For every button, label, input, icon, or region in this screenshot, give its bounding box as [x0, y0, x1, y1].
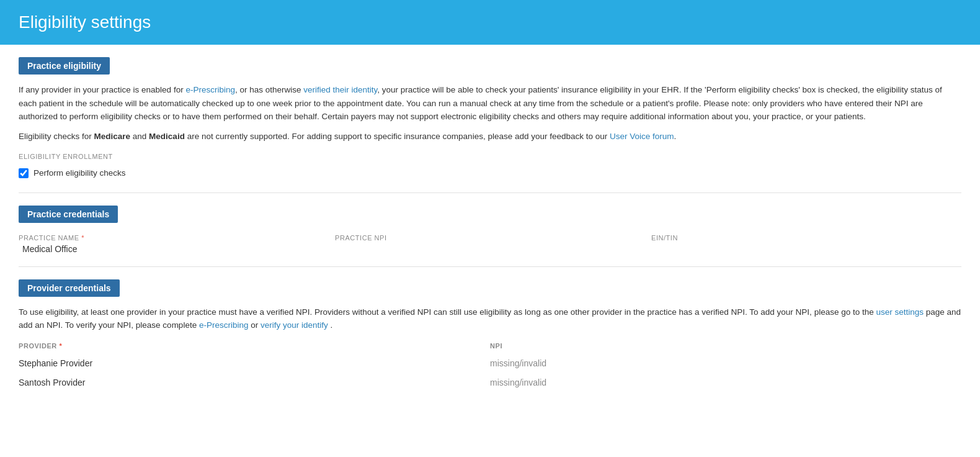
- ein-tin-cell: EIN/TIN: [651, 234, 961, 254]
- eligibility-checkbox-row: Perform eligibility checks: [19, 166, 961, 180]
- medicaid-text: Medicaid: [149, 132, 185, 141]
- practice-name-cell: PRACTICE NAME * Medical Office: [19, 234, 329, 254]
- practice-eligibility-section: Practice eligibility If any provider in …: [19, 57, 961, 180]
- user-voice-link[interactable]: User Voice forum: [610, 132, 674, 141]
- practice-eligibility-body: If any provider in your practice is enab…: [19, 83, 961, 180]
- provider-npi-cell: missing/invalid: [490, 354, 961, 373]
- e-prescribing-link-1[interactable]: e-Prescribing: [185, 85, 235, 94]
- provider-name-cell: Santosh Provider: [19, 373, 490, 392]
- verified-identity-link[interactable]: verified their identity: [303, 85, 377, 94]
- perform-eligibility-checkbox[interactable]: [19, 168, 29, 178]
- practice-name-value: Medical Office: [19, 244, 329, 254]
- eligibility-description-1: If any provider in your practice is enab…: [19, 83, 961, 124]
- practice-npi-label: PRACTICE NPI: [335, 234, 645, 242]
- verify-identity-link[interactable]: verify your identify: [261, 320, 328, 330]
- page-content: Practice eligibility If any provider in …: [0, 45, 980, 417]
- table-row: Santosh Providermissing/invalid: [19, 373, 961, 392]
- ein-tin-label: EIN/TIN: [651, 234, 961, 242]
- practice-name-required: *: [81, 234, 84, 242]
- e-prescribing-link-2[interactable]: e-Prescribing: [199, 320, 249, 330]
- provider-credentials-section: Provider credentials To use eligibility,…: [19, 279, 961, 392]
- page-header: Eligibility settings: [0, 0, 980, 45]
- credentials-grid: PRACTICE NAME * Medical Office PRACTICE …: [19, 234, 961, 254]
- eligibility-description-2: Eligibility checks for Medicare and Medi…: [19, 130, 961, 143]
- provider-credentials-title: Provider credentials: [19, 279, 120, 297]
- table-row: Stephanie Providermissing/invalid: [19, 354, 961, 373]
- provider-table: PROVIDER * NPI Stephanie Providermissing…: [19, 338, 961, 392]
- page-title: Eligibility settings: [19, 12, 961, 32]
- provider-description: To use eligibility, at least one provide…: [19, 305, 961, 332]
- provider-table-header: PROVIDER * NPI: [19, 338, 961, 355]
- provider-name-cell: Stephanie Provider: [19, 354, 490, 373]
- medicare-text: Medicare: [94, 132, 131, 141]
- section-divider-2: [19, 266, 961, 267]
- enrollment-label: ELIGIBILITY ENROLLMENT: [19, 152, 961, 163]
- user-settings-link[interactable]: user settings: [876, 307, 924, 317]
- npi-col-header: NPI: [490, 338, 961, 355]
- provider-col-header: PROVIDER *: [19, 338, 490, 355]
- provider-npi-cell: missing/invalid: [490, 373, 961, 392]
- practice-npi-cell: PRACTICE NPI: [335, 234, 645, 254]
- practice-name-label: PRACTICE NAME *: [19, 234, 329, 242]
- provider-credentials-body: To use eligibility, at least one provide…: [19, 305, 961, 392]
- provider-required-star: *: [59, 342, 62, 350]
- section-divider-1: [19, 192, 961, 193]
- perform-eligibility-label: Perform eligibility checks: [33, 166, 126, 180]
- practice-credentials-section: Practice credentials PRACTICE NAME * Med…: [19, 206, 961, 254]
- practice-credentials-title: Practice credentials: [19, 206, 118, 223]
- practice-eligibility-title: Practice eligibility: [19, 57, 110, 75]
